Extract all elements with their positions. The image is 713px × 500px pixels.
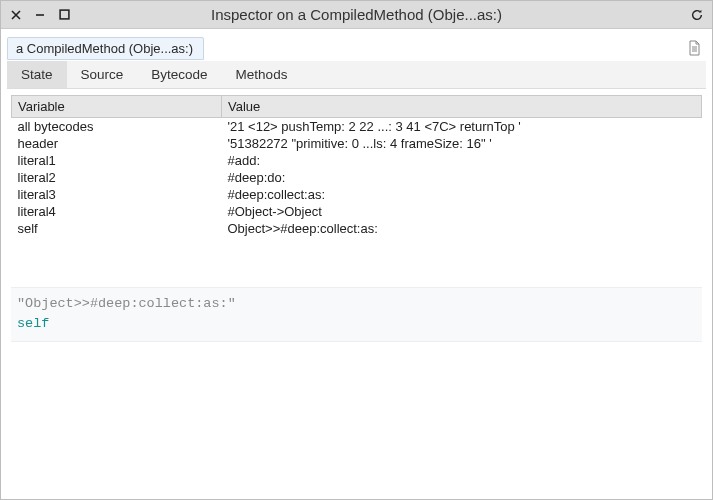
table-row[interactable]: all bytecodes '21 <12> pushTemp: 2 22 ..…: [12, 118, 702, 136]
variable-table: Variable Value all bytecodes '21 <12> pu…: [11, 95, 702, 237]
cell-value: Object>>#deep:collect:as:: [222, 220, 702, 237]
tab-methods[interactable]: Methods: [222, 61, 302, 88]
svg-rect-0: [60, 10, 69, 19]
col-header-value[interactable]: Value: [222, 96, 702, 118]
table-row[interactable]: literal2 #deep:do:: [12, 169, 702, 186]
table-row[interactable]: self Object>>#deep:collect:as:: [12, 220, 702, 237]
table-row[interactable]: literal4 #Object->Object: [12, 203, 702, 220]
cell-value: '51382272 "primitive: 0 ...ls: 4 frameSi…: [222, 135, 702, 152]
tab-bar: State Source Bytecode Methods: [7, 61, 706, 89]
document-icon[interactable]: [686, 40, 702, 56]
tab-state[interactable]: State: [7, 61, 67, 88]
close-icon[interactable]: [9, 8, 23, 22]
code-comment: "Object>>#deep:collect:as:": [17, 294, 696, 314]
cell-value: #add:: [222, 152, 702, 169]
cell-variable: literal4: [12, 203, 222, 220]
breadcrumb[interactable]: a CompiledMethod (Obje...as:): [7, 37, 204, 60]
tab-bytecode[interactable]: Bytecode: [137, 61, 221, 88]
code-editor[interactable]: "Object>>#deep:collect:as:" self: [11, 287, 702, 342]
breadcrumb-row: a CompiledMethod (Obje...as:): [7, 35, 706, 61]
minimize-icon[interactable]: [33, 8, 47, 22]
cell-value: #Object->Object: [222, 203, 702, 220]
maximize-icon[interactable]: [57, 8, 71, 22]
code-body: self: [17, 314, 696, 334]
titlebar: Inspector on a CompiledMethod (Obje...as…: [1, 1, 712, 29]
cell-value: '21 <12> pushTemp: 2 22 ...: 3 41 <7C> r…: [222, 118, 702, 136]
cell-variable: literal1: [12, 152, 222, 169]
cell-variable: literal3: [12, 186, 222, 203]
table-row[interactable]: header '51382272 "primitive: 0 ...ls: 4 …: [12, 135, 702, 152]
cell-value: #deep:collect:as:: [222, 186, 702, 203]
cell-value: #deep:do:: [222, 169, 702, 186]
cell-variable: self: [12, 220, 222, 237]
table-row[interactable]: literal1 #add:: [12, 152, 702, 169]
content-panel: Variable Value all bytecodes '21 <12> pu…: [7, 89, 706, 493]
cell-variable: all bytecodes: [12, 118, 222, 136]
col-header-variable[interactable]: Variable: [12, 96, 222, 118]
cell-variable: literal2: [12, 169, 222, 186]
variable-table-wrap: Variable Value all bytecodes '21 <12> pu…: [11, 95, 702, 237]
table-row[interactable]: literal3 #deep:collect:as:: [12, 186, 702, 203]
inspector-window: Inspector on a CompiledMethod (Obje...as…: [0, 0, 713, 500]
window-title: Inspector on a CompiledMethod (Obje...as…: [1, 6, 712, 23]
refresh-icon[interactable]: [690, 8, 704, 22]
inner-panel: a CompiledMethod (Obje...as:) State Sour…: [1, 29, 712, 499]
tab-source[interactable]: Source: [67, 61, 138, 88]
cell-variable: header: [12, 135, 222, 152]
